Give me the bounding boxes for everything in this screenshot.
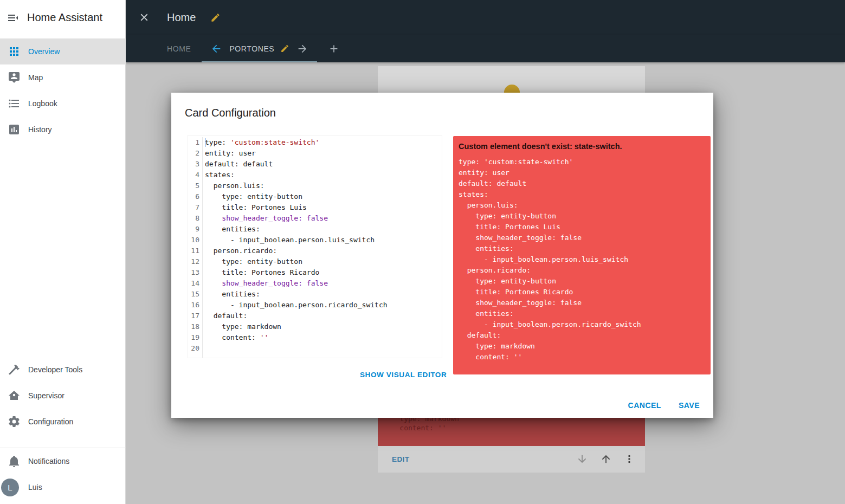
bell-icon — [8, 455, 21, 468]
sidebar-header: Home Assistant — [0, 0, 125, 35]
close-edit-mode-icon[interactable] — [138, 11, 150, 23]
move-view-left-icon[interactable] — [210, 43, 222, 55]
sidebar-item-logbook[interactable]: Logbook — [0, 91, 126, 117]
format-list-icon — [8, 97, 21, 110]
error-preview-card: Custom element doesn't exist: state-swit… — [453, 136, 711, 374]
menu-open-icon[interactable] — [7, 11, 20, 24]
topbar: Home — [126, 0, 845, 35]
hammer-icon — [8, 363, 21, 376]
sidebar: Home Assistant Overview Map Logbook Hist… — [0, 0, 126, 504]
view-dashboard-icon — [8, 45, 21, 58]
tab-label: HOME — [167, 44, 191, 53]
tab-home[interactable]: HOME — [156, 35, 202, 62]
sidebar-item-supervisor[interactable]: Supervisor — [0, 383, 126, 409]
dialog-title: Card Configuration — [185, 107, 276, 119]
sidebar-item-label: Supervisor — [28, 391, 64, 400]
editor-code: type: 'custom:state-switch'entity: userd… — [203, 137, 442, 358]
card-config-dialog: Card Configuration 123456789101112131415… — [171, 93, 713, 418]
sidebar-item-developer-tools[interactable]: Developer Tools — [0, 357, 126, 383]
sidebar-item-notifications[interactable]: Notifications — [0, 448, 126, 474]
gear-icon — [8, 415, 21, 428]
sidebar-item-configuration[interactable]: Configuration — [0, 409, 126, 435]
chart-box-icon — [8, 123, 21, 136]
edit-dashboard-icon[interactable] — [210, 12, 221, 23]
move-card-up-icon[interactable] — [600, 453, 612, 465]
sidebar-item-map[interactable]: Map — [0, 64, 126, 91]
view-tabbar: HOME PORTONES — [126, 35, 845, 62]
user-avatar: L — [1, 479, 19, 496]
edit-view-icon[interactable] — [280, 44, 289, 53]
sidebar-item-label: Overview — [28, 47, 60, 56]
map-account-icon — [8, 71, 21, 84]
sidebar-item-label: Map — [28, 73, 43, 82]
cancel-button[interactable]: CANCEL — [628, 401, 661, 410]
sidebar-item-overview[interactable]: Overview — [0, 38, 126, 64]
tab-label: PORTONES — [229, 44, 274, 53]
sidebar-item-user[interactable]: L Luis — [0, 474, 126, 500]
error-title: Custom element doesn't exist: state-swit… — [459, 142, 706, 151]
dashboard-title: Home — [167, 11, 196, 24]
plus-icon — [328, 43, 340, 55]
app-title: Home Assistant — [27, 11, 102, 24]
background-card-toolbar: EDIT — [378, 446, 645, 473]
save-button[interactable]: SAVE — [679, 401, 700, 410]
sidebar-item-label: Luis — [28, 483, 42, 492]
add-view-button[interactable] — [318, 35, 350, 62]
sidebar-item-history[interactable]: History — [0, 117, 126, 143]
sidebar-item-label: Developer Tools — [28, 365, 82, 374]
sidebar-item-label: Notifications — [28, 457, 69, 466]
show-visual-editor-button[interactable]: SHOW VISUAL EDITOR — [360, 371, 447, 379]
sidebar-item-label: Logbook — [28, 99, 57, 108]
tab-portones[interactable]: PORTONES — [202, 35, 317, 62]
edit-card-button[interactable]: EDIT — [392, 446, 409, 473]
home-assistant-icon — [8, 389, 21, 402]
sidebar-item-label: History — [28, 125, 52, 134]
move-view-right-icon[interactable] — [296, 43, 308, 55]
editor-gutter: 1234567891011121314151617181920 — [188, 137, 203, 358]
error-card-code: type: 'custom:state-switch' entity: user… — [459, 157, 706, 363]
card-more-options-icon[interactable] — [623, 453, 635, 465]
move-card-down-icon[interactable] — [576, 453, 588, 465]
dialog-actions: CANCEL SAVE — [628, 401, 700, 410]
yaml-editor[interactable]: 1234567891011121314151617181920 type: 'c… — [188, 135, 442, 358]
sidebar-item-label: Configuration — [28, 417, 73, 426]
